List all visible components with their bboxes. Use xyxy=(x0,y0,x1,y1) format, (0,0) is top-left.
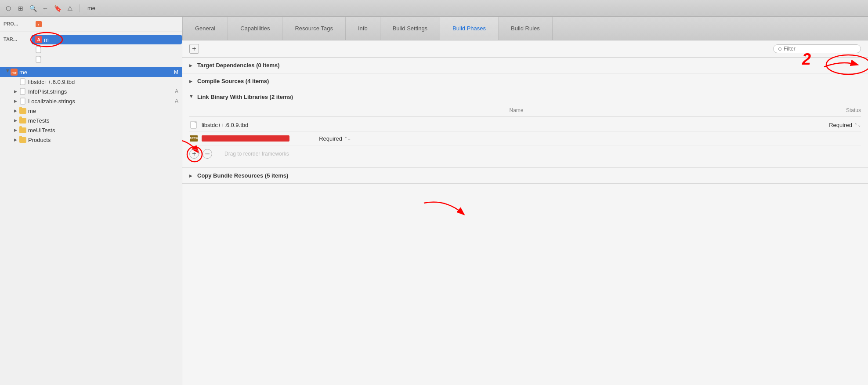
library-row-libstdcpp: libstdc++.6.0.9.tbd Required ⌃⌄ xyxy=(189,118,861,132)
tar-item-r2[interactable] xyxy=(32,54,182,64)
me-badge: M xyxy=(174,69,178,75)
tar-items: A m xyxy=(32,35,182,64)
svg-rect-10 xyxy=(20,88,25,94)
sidebar: PRO... r TAR... xyxy=(0,17,182,385)
remove-library-button[interactable]: − xyxy=(203,149,212,159)
tar-item-r1[interactable] xyxy=(32,45,182,54)
sidebar-item-products[interactable]: ▶ Products xyxy=(0,135,182,145)
arrow-metests: ▶ xyxy=(14,118,19,123)
toolbar-icon-4[interactable]: 🔖 xyxy=(53,4,62,13)
copy-bundle-title: Copy Bundle Resources (5 items) xyxy=(197,172,288,179)
sidebar-item-me[interactable]: ▶ me me M xyxy=(0,67,182,77)
sidebar-item-infoplist[interactable]: ▶ InfoPlist.strings A xyxy=(0,87,182,96)
toolbar-icon-nav[interactable]: ← xyxy=(40,4,50,13)
infoplist-badge: A xyxy=(175,88,178,94)
meuitests-icon xyxy=(19,127,26,134)
redacted-name-bar xyxy=(202,135,289,142)
libstdcpp-label: libstdc++.6.0.9.tbd xyxy=(28,79,178,85)
tab-resource-tags[interactable]: Resource Tags xyxy=(282,17,345,40)
sidebar-item-localizable[interactable]: ▶ Localizable.strings A xyxy=(0,96,182,106)
copy-bundle-section: ▶ Copy Bundle Resources (5 items) xyxy=(182,168,868,184)
tab-info[interactable]: Info xyxy=(346,17,380,40)
arrow-localizable: ▶ xyxy=(14,99,19,103)
arch-lib-icon: ARCH xyxy=(189,134,198,143)
library-row-redacted: ARCH Required ⌃⌄ xyxy=(189,132,861,145)
compile-sources-section: ▶ Compile Sources (4 items) xyxy=(182,73,868,89)
me-folder-icon xyxy=(19,107,26,114)
pro-items: r xyxy=(32,19,182,29)
tar-me-label: m xyxy=(44,36,49,43)
compile-sources-title: Compile Sources (4 items) xyxy=(197,78,269,84)
libstdcpp-stepper[interactable]: ⌃⌄ xyxy=(854,123,861,127)
copy-bundle-arrow: ▶ xyxy=(189,174,194,178)
sidebar-item-meuitests[interactable]: ▶ meUITests xyxy=(0,125,182,135)
tab-build-phases[interactable]: Build Phases xyxy=(440,17,499,40)
tab-build-rules[interactable]: Build Rules xyxy=(499,17,553,40)
link-binary-arrow: ▶ xyxy=(189,95,194,99)
col-name-header: Name xyxy=(189,107,791,113)
tab-build-settings[interactable]: Build Settings xyxy=(380,17,441,40)
toolbar: ⬡ ⊞ 🔍 ← 🔖 ⚠ me xyxy=(0,0,868,17)
link-binary-header[interactable]: ▶ Link Binary With Libraries (2 items) xyxy=(182,89,868,105)
frameworks-action-bar: + − Drag to reorder frameworks xyxy=(189,145,861,162)
filter-input[interactable] xyxy=(784,46,856,52)
filter-box[interactable]: ⊙ xyxy=(773,44,861,53)
svg-rect-9 xyxy=(20,79,25,85)
me-label: me xyxy=(19,69,172,76)
arrow-meuitests: ▶ xyxy=(14,128,19,132)
a-icon: A xyxy=(35,36,42,43)
products-icon xyxy=(19,136,26,143)
copy-bundle-header[interactable]: ▶ Copy Bundle Resources (5 items) xyxy=(182,168,868,183)
svg-rect-13 xyxy=(195,121,196,123)
svg-rect-5 xyxy=(36,47,41,53)
swift-file-icon: r xyxy=(35,21,42,28)
link-binary-section: ▶ Link Binary With Libraries (2 items) N… xyxy=(182,89,868,168)
filter-icon: ⊙ xyxy=(778,46,782,52)
action-bar: + ⊙ xyxy=(182,40,868,58)
me-folder-label: me xyxy=(28,108,178,114)
build-phases-content: + ⊙ ▶ Target Dependencies (0 items) xyxy=(182,40,868,385)
redacted-lib-status: Required ⌃⌄ xyxy=(289,135,351,142)
localizable-badge: A xyxy=(175,98,178,104)
svg-text:A: A xyxy=(37,37,40,42)
link-binary-content: Name Status xyxy=(182,105,868,167)
infoplist-label: InfoPlist.strings xyxy=(28,88,173,95)
breadcrumb: me xyxy=(87,5,95,11)
sidebar-item-libstdcpp[interactable]: libstdc++.6.0.9.tbd xyxy=(0,77,182,87)
libstdcpp-icon xyxy=(19,78,26,85)
sidebar-tar-section: TAR... A m xyxy=(0,32,182,67)
tab-capabilities[interactable]: Capabilities xyxy=(228,17,282,40)
compile-sources-header[interactable]: ▶ Compile Sources (4 items) xyxy=(182,73,868,89)
toolbar-icon-5[interactable]: ⚠ xyxy=(65,4,75,13)
target-deps-header[interactable]: ▶ Target Dependencies (0 items) xyxy=(182,58,868,73)
col-status-header: Status xyxy=(791,107,861,113)
toolbar-icon-2[interactable]: ⊞ xyxy=(16,4,25,13)
sidebar-pro-section: PRO... r xyxy=(0,17,182,32)
localizable-icon xyxy=(19,98,26,105)
target-deps-title: Target Dependencies (0 items) xyxy=(197,62,280,69)
toolbar-icon-search[interactable]: 🔍 xyxy=(28,4,38,13)
tar-item-me[interactable]: A m xyxy=(32,35,182,44)
right-panel: General Capabilities Resource Tags Info … xyxy=(182,17,868,385)
add-phase-button[interactable]: + xyxy=(189,44,199,54)
libraries-table-header: Name Status xyxy=(189,105,861,116)
tar-label: TAR... xyxy=(0,35,32,44)
compile-arrow: ▶ xyxy=(189,79,194,84)
libstdcpp-lib-name: libstdc++.6.0.9.tbd xyxy=(202,122,799,128)
toolbar-sep-1 xyxy=(79,4,80,12)
arrow-me: ▶ xyxy=(6,69,10,75)
add-library-button[interactable]: + xyxy=(189,149,199,159)
tab-bar: General Capabilities Resource Tags Info … xyxy=(182,17,868,40)
sidebar-item-metests[interactable]: ▶ meTests xyxy=(0,116,182,125)
metests-icon xyxy=(19,117,26,124)
sidebar-item-me-folder[interactable]: ▶ me xyxy=(0,106,182,116)
sidebar-pro-item[interactable]: r xyxy=(32,19,182,29)
localizable-label: Localizable.strings xyxy=(28,98,173,105)
toolbar-icon-1[interactable]: ⬡ xyxy=(4,4,13,13)
products-label: Products xyxy=(28,137,178,143)
redacted-stepper[interactable]: ⌃⌄ xyxy=(344,136,351,141)
libstdcpp-lib-status: Required ⌃⌄ xyxy=(799,122,861,128)
target-deps-arrow: ▶ xyxy=(189,63,194,68)
tab-general[interactable]: General xyxy=(182,17,228,40)
libstdcpp-lib-icon xyxy=(189,120,198,129)
